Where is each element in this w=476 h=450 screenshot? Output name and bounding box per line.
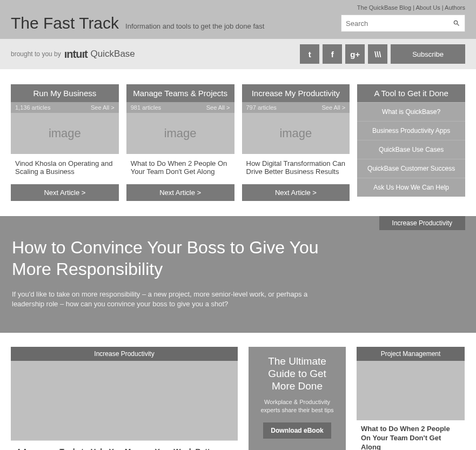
next-article-button[interactable]: Next Article > [242,184,350,201]
promo-title: The Ultimate Guide to Get More Done [255,355,339,392]
article-title: 4 Awesome Tools to Help You Manage Your … [11,441,238,450]
link-about[interactable]: About Us [415,4,440,11]
search-icon [453,19,460,27]
category-head: Manage Teams & Projects [126,84,234,102]
tool-card: A Tool to Get it Done What is QuickBase?… [357,84,465,197]
article-title[interactable]: Vinod Khosla on Operating and Scaling a … [11,154,119,184]
search-input[interactable] [346,19,453,28]
top-nav: The QuickBase Blog | About Us | Authors [11,4,465,11]
tool-item[interactable]: Business Productivity Apps [357,121,465,140]
gplus-button[interactable]: g+ [345,44,365,64]
article-title: What to Do When 2 People On Your Team Do… [357,420,465,450]
next-article-button[interactable]: Next Article > [126,184,234,201]
link-blog[interactable]: The QuickBase Blog [357,4,411,11]
facebook-button[interactable]: f [323,44,342,64]
article-title[interactable]: How Digital Transformation Can Drive Bet… [242,154,350,184]
article-count: 981 articles [131,104,161,111]
article-title[interactable]: What to Do When 2 People On Your Team Do… [126,154,234,184]
category-card-business: Run My Business 1,136 articles See All >… [11,84,119,201]
feed-button[interactable]: \\\ [368,44,387,64]
article-count: 1,136 articles [15,104,50,111]
image-placeholder: image [126,113,234,154]
subscribe-button[interactable]: Subscribe [391,44,465,64]
category-tag[interactable]: Increase Productivity [11,347,238,361]
article-count: 797 articles [246,104,277,111]
brand-quickbase: QuickBase [91,49,135,59]
category-head: Run My Business [11,84,119,102]
see-all-link[interactable]: See All > [206,104,230,111]
brought-by-label: brought to you by [11,50,61,58]
tagline: Information and tools to get the job don… [125,22,264,30]
category-head: Increase My Productivity [242,84,350,102]
promo-body: Workplace & Productivity experts share t… [255,398,339,414]
brought-by: brought to you by ıntuıt QuickBase [11,48,135,61]
article-card-small[interactable]: Project Management What to Do When 2 Peo… [357,347,465,450]
next-article-button[interactable]: Next Article > [11,184,119,201]
hero-article[interactable]: How to Convince Your Boss to Give You Mo… [0,216,476,333]
download-ebook-button[interactable]: Download eBook [263,422,331,439]
image-placeholder [11,361,238,441]
category-card-teams: Manage Teams & Projects 981 articles See… [126,84,234,201]
see-all-link[interactable]: See All > [322,104,346,111]
category-tag[interactable]: Project Management [357,347,465,361]
see-all-link[interactable]: See All > [91,104,115,111]
tool-item[interactable]: What is QuickBase? [357,102,465,121]
tool-head: A Tool to Get it Done [357,84,465,102]
tool-item[interactable]: QuickBase Use Cases [357,140,465,159]
site-title: The Fast Track [11,14,119,32]
promo-ebook: The Ultimate Guide to Get More Done Work… [249,347,346,450]
article-card-large[interactable]: Increase Productivity 4 Awesome Tools to… [11,347,238,450]
link-authors[interactable]: Authors [445,4,465,11]
brand-intuit: ıntuıt [64,48,88,61]
image-placeholder [357,361,465,420]
tool-item[interactable]: QuickBase Customer Success [357,159,465,178]
image-placeholder: image [242,113,350,154]
hero-excerpt: If you'd like to take on more responsibi… [12,290,325,309]
hero-category-tag[interactable]: Increase Productivity [379,216,465,230]
category-card-productivity: Increase My Productivity 797 articles Se… [242,84,350,201]
search-box[interactable] [341,15,465,32]
image-placeholder: image [11,113,119,154]
hero-title: How to Convince Your Boss to Give You Mo… [12,237,358,280]
tool-item[interactable]: Ask Us How We Can Help [357,178,465,197]
twitter-button[interactable]: t [300,44,319,64]
